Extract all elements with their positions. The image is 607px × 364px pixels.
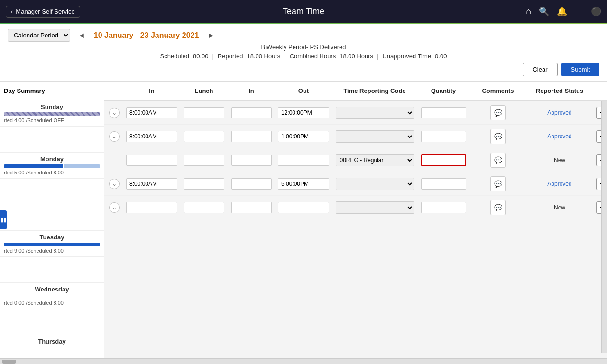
wednesday-lunch-input[interactable] [184, 202, 224, 213]
wednesday-row-1: ⌄ [104, 196, 607, 219]
back-button[interactable]: ‹ Manager Self Service [6, 6, 80, 18]
monday-out-input[interactable] [278, 131, 329, 142]
wednesday-out-input[interactable] [278, 202, 329, 213]
sunday-trc-select[interactable]: 00REG - Regular [336, 107, 414, 119]
sunday-qty-input[interactable] [421, 107, 466, 118]
sunday-qty-cell [417, 107, 469, 118]
sidebar: Day Summary Sunday rted 4.00 /Scheduled … [0, 82, 104, 358]
wednesday-comment-btn[interactable]: 💬 [490, 200, 506, 215]
sunday-lunch-input[interactable] [184, 107, 224, 118]
monday-comment-btn[interactable]: 💬 [490, 129, 506, 144]
sunday-out-cell [275, 107, 332, 118]
submit-button[interactable]: Submit [561, 63, 599, 76]
wednesday-in2-input[interactable] [231, 202, 272, 213]
sunday-out-input[interactable] [278, 107, 329, 118]
tuesday-qty-input[interactable] [421, 178, 466, 190]
period-prev-arrow[interactable]: ◄ [75, 30, 88, 41]
more-icon[interactable]: ⋮ [575, 6, 583, 17]
sep2: | [284, 53, 285, 60]
col-lunch: Lunch [180, 85, 228, 96]
horizontal-scrollbar[interactable] [0, 358, 607, 364]
monday2-out-cell [275, 155, 332, 166]
monday2-trc-cell: 00REG - Regular [332, 154, 417, 166]
app-title: Team Time [283, 7, 324, 17]
sunday-expand-btn[interactable]: ⌄ [109, 108, 120, 118]
collapse-tab[interactable]: ▮▮ [0, 210, 7, 229]
home-icon[interactable]: ⌂ [526, 7, 531, 17]
table-scroll-area[interactable]: In Lunch In Out Time Reporting Code Quan… [104, 82, 607, 358]
tuesday-in-input[interactable] [126, 178, 177, 190]
search-icon[interactable]: 🔍 [539, 6, 549, 17]
monday-trc-cell: 00REG - Regular [332, 130, 417, 143]
wednesday-trc-select[interactable]: 00REG - Regular [336, 201, 414, 214]
period-top-row: Calendar Period ◄ 10 January - 23 Januar… [8, 29, 599, 42]
clear-button[interactable]: Clear [523, 63, 557, 76]
wednesday-qty-input[interactable] [421, 202, 466, 213]
monday-qty-input[interactable] [421, 131, 466, 142]
sunday-expand-cell: ⌄ [104, 108, 123, 118]
period-type: BiWeekly Period- PS Delivered [8, 44, 599, 51]
sidebar-day-sunday: Sunday rted 4.00 /Scheduled OFF [0, 100, 104, 127]
wednesday-trc-cell: 00REG - Regular [332, 201, 417, 214]
monday-qty-cell [417, 131, 469, 142]
tuesday-out-input[interactable] [278, 178, 329, 190]
tuesday-qty-cell [417, 178, 469, 190]
monday2-out-input[interactable] [278, 155, 329, 166]
tuesday-status: Approved [547, 181, 571, 187]
unapproved-value: 0.00 [435, 53, 447, 60]
sunday-in2-input[interactable] [231, 107, 272, 118]
sunday-in-cell [123, 107, 180, 118]
reported-label: Reported [218, 53, 243, 60]
monday2-lunch-input[interactable] [184, 155, 224, 166]
sidebar-sunday-spacer [0, 127, 104, 153]
sunday-in-input[interactable] [126, 107, 177, 118]
monday-status: Approved [547, 133, 571, 140]
vertical-scrollbar[interactable] [601, 82, 607, 353]
monday2-comment-btn[interactable]: 💬 [490, 153, 506, 168]
monday-trc-select[interactable]: 00REG - Regular [336, 130, 414, 143]
tuesday-trc-select[interactable]: 00REG - Regular [336, 178, 414, 190]
monday2-in-cell [123, 155, 180, 166]
col-quantity: Quantity [417, 85, 469, 96]
calendar-period-select[interactable]: Calendar Period [8, 29, 70, 42]
sunday-row-1: ⌄ [104, 101, 607, 125]
sidebar-tuesday-label: Tuesday [4, 234, 100, 241]
column-headers: In Lunch In Out Time Reporting Code Quan… [104, 82, 607, 101]
tuesday-expand-btn[interactable]: ⌄ [109, 179, 120, 189]
sidebar-monday-info: rted 5.00 /Scheduled 8.00 [4, 170, 100, 175]
sunday-comment-cell: 💬 [469, 105, 526, 120]
tuesday-comment-btn[interactable]: 💬 [490, 176, 506, 191]
monday2-qty-input[interactable] [421, 154, 466, 166]
thursday-row [104, 219, 607, 238]
block-icon[interactable]: ⚫ [591, 6, 601, 17]
bell-icon[interactable]: 🔔 [557, 6, 567, 17]
tuesday-lunch-input[interactable] [184, 178, 224, 190]
tuesday-trc-cell: 00REG - Regular [332, 178, 417, 190]
period-header: Calendar Period ◄ 10 January - 23 Januar… [0, 24, 607, 82]
monday2-in2-input[interactable] [231, 155, 272, 166]
wednesday-in-input[interactable] [126, 202, 177, 213]
tuesday-in-cell [123, 178, 180, 190]
wednesday-lunch-cell [180, 202, 228, 213]
period-date-range: 10 January - 23 January 2021 [94, 31, 199, 40]
sunday-trc-cell: 00REG - Regular [332, 107, 417, 119]
nav-icons: ⌂ 🔍 🔔 ⋮ ⚫ [526, 6, 601, 17]
sidebar-wednesday-spacer [0, 309, 104, 335]
sidebar-monday-label: Monday [4, 155, 100, 163]
sidebar-day-tuesday: Tuesday rted 9.00 /Scheduled 8.00 [0, 231, 104, 257]
wednesday-expand-btn[interactable]: ⌄ [109, 202, 120, 213]
monday-expand-btn[interactable]: ⌄ [109, 131, 120, 142]
period-next-arrow[interactable]: ► [204, 30, 218, 41]
monday-in-input[interactable] [126, 131, 177, 142]
monday2-trc-select[interactable]: 00REG - Regular [336, 154, 414, 166]
sunday-comment-btn[interactable]: 💬 [490, 105, 506, 120]
wednesday-expand-cell: ⌄ [104, 202, 123, 213]
monday-lunch-input[interactable] [184, 131, 224, 142]
monday2-in2-cell [228, 155, 275, 166]
monday-in2-input[interactable] [231, 131, 272, 142]
monday2-in-input[interactable] [126, 155, 177, 166]
tuesday-row-1: ⌄ [104, 172, 607, 196]
col-trc: Time Reporting Code [332, 85, 417, 96]
monday-comment-cell: 💬 [469, 129, 526, 144]
tuesday-in2-input[interactable] [231, 178, 272, 190]
